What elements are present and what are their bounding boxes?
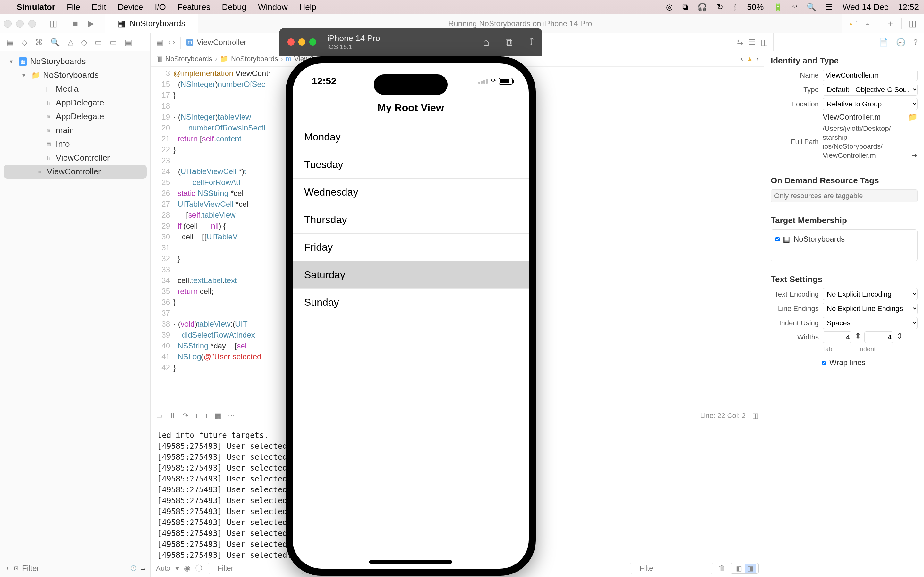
nav-breakpoints-icon[interactable]: ▭ (110, 38, 117, 47)
tree-item-appdelegate-m[interactable]: m AppDelegate (0, 110, 150, 123)
refresh-icon[interactable]: ⇆ (737, 38, 743, 47)
minimap-toggle-icon[interactable]: ◫ (752, 412, 759, 420)
reveal-in-finder-icon[interactable]: ➜ (912, 151, 918, 160)
nav-debug-icon[interactable]: ▭ (95, 38, 102, 47)
table-row[interactable]: Sunday (292, 289, 529, 316)
jump-prev-icon[interactable]: ‹ (741, 55, 743, 63)
nav-reports-icon[interactable]: ▤ (125, 38, 132, 47)
tree-project-root[interactable]: ▾▦ NoStoryboards (0, 55, 150, 68)
related-items-icon[interactable]: ▦ (156, 38, 163, 47)
wrap-lines-checkbox[interactable] (822, 361, 826, 365)
console-eye-icon[interactable]: ◉ (184, 564, 190, 572)
iphone-screen[interactable]: 12:52 ⌔ My Root View MondayTuesdayWednes… (292, 63, 529, 569)
table-row[interactable]: Wednesday (292, 179, 529, 206)
inspector-history-icon[interactable]: 🕘 (896, 38, 906, 47)
menu-file[interactable]: File (67, 2, 80, 12)
menu-device[interactable]: Device (118, 2, 143, 12)
encoding-select[interactable]: No Explicit Encoding (822, 288, 918, 300)
menubar-extra-icon[interactable]: ◎ (666, 3, 673, 11)
toggle-sidebar-button[interactable]: ◫ (47, 17, 60, 30)
simulator-home-button[interactable]: ⌂ (483, 36, 489, 48)
breadcrumb-item[interactable]: NoStoryboards (165, 55, 212, 63)
go-back-button[interactable]: ‹ (168, 38, 171, 47)
nav-find-icon[interactable]: 🔍 (50, 38, 60, 47)
menubar-date[interactable]: Wed 14 Dec (843, 2, 888, 12)
editor-file-tab[interactable]: m ViewController (180, 35, 253, 49)
menu-features[interactable]: Features (178, 2, 210, 12)
jump-next-icon[interactable]: › (756, 55, 759, 63)
table-row[interactable]: Tuesday (292, 151, 529, 179)
home-indicator[interactable] (369, 560, 452, 564)
menu-help[interactable]: Help (299, 2, 317, 12)
tab-width-field[interactable] (822, 332, 851, 343)
console-output-filter[interactable] (630, 562, 713, 574)
add-file-button[interactable]: ＋ (5, 565, 10, 572)
debug-stepover-icon[interactable]: ↷ (183, 412, 188, 420)
nav-files-icon[interactable]: ▤ (6, 38, 14, 47)
menubar-time[interactable]: 12:52 (898, 2, 919, 12)
jump-warn-icon[interactable]: ▲ (746, 55, 753, 63)
location-select[interactable]: Relative to Group (822, 98, 918, 110)
nav-tests-icon[interactable]: ◇ (81, 38, 87, 47)
menu-debug[interactable]: Debug (222, 2, 246, 12)
indent-using-select[interactable]: Spaces (822, 317, 918, 329)
console-auto-selector[interactable]: Auto (156, 564, 170, 572)
breadcrumb-item[interactable]: NoStoryboards (231, 55, 278, 63)
scm-filter-button[interactable]: ▭ (141, 565, 145, 571)
bluetooth-icon[interactable]: ᛒ (733, 3, 737, 11)
simulator-traffic-lights[interactable] (288, 39, 317, 45)
inspector-help-icon[interactable]: ? (913, 38, 918, 47)
recent-filter-button[interactable]: 🕘 (130, 565, 137, 571)
menu-io[interactable]: I/O (155, 2, 166, 12)
tree-item-viewcontroller-h[interactable]: h ViewController (0, 151, 150, 165)
tree-item-appdelegate-h[interactable]: h AppDelegate (0, 96, 150, 110)
scheme-selector[interactable]: ▦ NoStoryboards (105, 14, 198, 33)
tree-group[interactable]: ▾📁 NoStoryboards (0, 68, 150, 82)
menu-window[interactable]: Window (258, 2, 288, 12)
indent-width-field[interactable] (864, 332, 893, 343)
editor-split-icon[interactable]: ◫ (761, 38, 768, 47)
battery-icon[interactable]: 🔋 (773, 3, 783, 11)
dropbox-icon[interactable]: ⧉ (682, 3, 688, 11)
tree-item-media[interactable]: ▤ Media (0, 82, 150, 96)
go-forward-button[interactable]: › (173, 38, 175, 47)
stop-button[interactable]: ■ (69, 17, 82, 30)
navigator-filter-input[interactable] (22, 564, 126, 573)
simulator-screenshot-button[interactable]: ⧉ (505, 36, 513, 48)
menu-edit[interactable]: Edit (92, 2, 106, 12)
menubar-app-name[interactable]: Simulator (17, 2, 55, 12)
type-select[interactable]: Default - Objective-C Sou… (822, 84, 918, 95)
issues-indicator[interactable]: ▲ 1 ☁ (842, 14, 876, 33)
nav-source-control-icon[interactable]: ◇ (21, 38, 27, 47)
console-pane-toggle[interactable]: ◧◨ (730, 563, 759, 574)
spotlight-icon[interactable]: 🔍 (806, 3, 816, 11)
debug-stepin-icon[interactable]: ↓ (195, 412, 198, 420)
debug-pause-icon[interactable]: ⏸ (169, 412, 176, 420)
window-traffic-lights[interactable] (4, 20, 36, 27)
debug-stepout-icon[interactable]: ↑ (205, 412, 208, 420)
choose-location-icon[interactable]: 📁 (908, 113, 918, 121)
table-row[interactable]: Thursday (292, 206, 529, 234)
nav-symbols-icon[interactable]: ⌘ (35, 38, 43, 47)
table-row[interactable]: Monday (292, 123, 529, 151)
simulator-titlebar[interactable]: iPhone 14 Pro iOS 16.1 ⌂ ⧉ ⤴ (279, 27, 542, 56)
run-button[interactable]: ▶ (84, 17, 97, 30)
editor-layout-icon[interactable]: ☰ (748, 38, 756, 47)
simulator-rotate-button[interactable]: ⤴ (529, 36, 534, 48)
table-view[interactable]: MondayTuesdayWednesdayThursdayFridaySatu… (292, 123, 529, 316)
add-tab-button[interactable]: ＋ (884, 17, 897, 30)
nav-issues-icon[interactable]: △ (68, 38, 73, 47)
tree-item-main[interactable]: m main (0, 123, 150, 137)
console-info-icon[interactable]: ⓘ (195, 564, 202, 573)
tree-item-info[interactable]: ▤ Info (0, 137, 150, 151)
headphones-icon[interactable]: 🎧 (698, 3, 707, 11)
breakpoint-toggle-icon[interactable]: ▭ (156, 412, 163, 420)
name-field[interactable] (822, 69, 918, 81)
debug-viewhierarchy-icon[interactable]: ▦ (215, 412, 221, 420)
wifi-icon[interactable]: ⌔ (792, 3, 797, 11)
console-trash-icon[interactable]: 🗑 (718, 564, 725, 572)
sync-icon[interactable]: ↻ (717, 3, 723, 11)
line-endings-select[interactable]: No Explicit Line Endings (822, 303, 918, 314)
table-row[interactable]: Friday (292, 234, 529, 261)
tree-item-viewcontroller-m[interactable]: m ViewController (4, 165, 147, 179)
